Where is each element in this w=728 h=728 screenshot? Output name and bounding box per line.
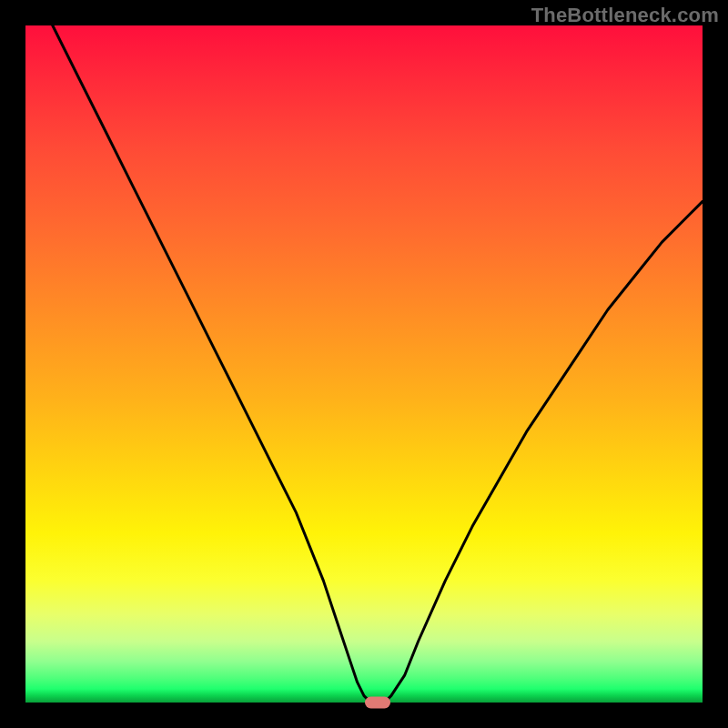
curve-path [25, 0, 703, 703]
optimum-marker [365, 697, 390, 709]
bottleneck-curve [25, 25, 703, 703]
plot-area [25, 25, 703, 703]
chart-frame: TheBottleneck.com [0, 0, 728, 728]
watermark-text: TheBottleneck.com [531, 4, 719, 27]
